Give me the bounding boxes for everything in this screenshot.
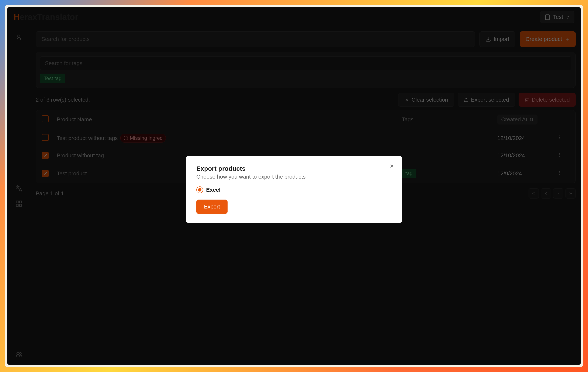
modal-subtitle: Choose how you want to export the produc…: [196, 173, 392, 180]
radio-label: Excel: [206, 187, 220, 193]
export-button[interactable]: Export: [196, 200, 228, 214]
modal-title: Export products: [196, 165, 392, 172]
export-option-excel[interactable]: Excel: [196, 186, 392, 193]
export-modal: Export products Choose how you want to e…: [186, 156, 402, 223]
modal-close-button[interactable]: [389, 163, 395, 170]
radio-icon: [196, 186, 203, 193]
modal-overlay[interactable]: Export products Choose how you want to e…: [7, 7, 581, 365]
